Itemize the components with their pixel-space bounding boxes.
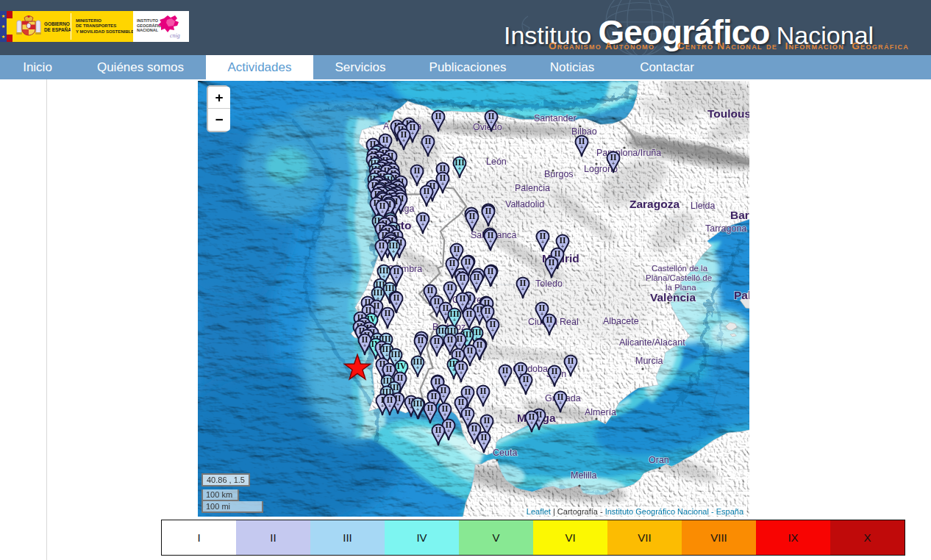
svg-text:Palencia: Palencia [515, 183, 550, 193]
svg-text:Barcelona: Barcelona [730, 209, 749, 221]
svg-text:Lleida: Lleida [691, 201, 715, 211]
svg-text:León: León [486, 157, 507, 167]
svg-text:Ceuta: Ceuta [493, 448, 517, 458]
svg-text:Toledo: Toledo [535, 279, 563, 289]
svg-text:cnig: cnig [170, 32, 180, 39]
svg-text:Albacete: Albacete [603, 316, 639, 326]
svg-text:Almería: Almería [585, 407, 616, 417]
svg-text:Valladolid: Valladolid [505, 199, 544, 209]
svg-text:Palma: Palma [734, 289, 749, 301]
svg-text:Bilbao: Bilbao [571, 126, 597, 137]
svg-text:València: València [650, 291, 696, 304]
svg-text:Murcia: Murcia [635, 356, 663, 366]
svg-text:Pamplona/Iruña: Pamplona/Iruña [596, 148, 661, 158]
svg-text:Plana/Castelló de: Plana/Castelló de [646, 273, 712, 282]
svg-text:Toulouse: Toulouse [707, 107, 749, 120]
svg-text:Tarragona: Tarragona [705, 223, 746, 234]
svg-text:Alicante/Alacant: Alicante/Alacant [619, 337, 685, 348]
svg-text:Oran: Oran [649, 455, 669, 465]
svg-text:Burgos: Burgos [544, 169, 574, 179]
svg-text:Melilla: Melilla [571, 470, 596, 481]
svg-text:Zaragoza: Zaragoza [629, 198, 679, 210]
svg-text:Santander: Santander [534, 113, 577, 123]
svg-text:Castellón de la: Castellón de la [652, 264, 708, 273]
